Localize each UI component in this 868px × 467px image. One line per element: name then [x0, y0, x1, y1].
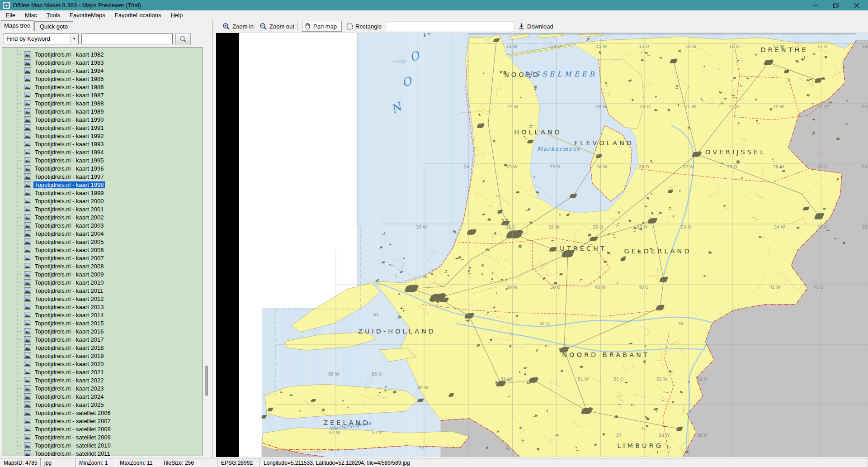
tree-item[interactable]: Topotijdreis.nl - kaart 1990 [2, 115, 202, 124]
menu-item-favoritemaps[interactable]: FavoriteMaps [66, 11, 109, 19]
find-mode-select[interactable]: Find by Keyword ▼ [4, 33, 79, 44]
svg-text:22 O: 22 O [817, 104, 828, 109]
menu-item-favoritelocations[interactable]: FavoriteLocations [111, 11, 165, 19]
tree-item[interactable]: Topotijdreis.nl - kaart 1996 [2, 164, 202, 172]
tree-item[interactable]: Topotijdreis.nl - kaart 1999 [2, 189, 202, 197]
tree-connector [18, 95, 23, 95]
pan-map-button[interactable]: Pan map [302, 21, 342, 32]
tree-item[interactable]: Topotijdreis.nl - kaart 2002 [2, 213, 202, 221]
tree-item[interactable]: Topotijdreis.nl - satelliet 2011 [2, 449, 202, 456]
tree-item[interactable]: Topotijdreis.nl - kaart 2007 [2, 254, 202, 262]
tree-item[interactable]: Topotijdreis.nl - satelliet 2010 [2, 441, 202, 449]
app-icon [3, 2, 10, 9]
rectangle-button[interactable]: Rectangle [344, 21, 384, 32]
map-canvas[interactable]: 14 W14 O15 W15 O16 W16 O17 W17 O1819 W20… [216, 33, 868, 457]
tree-item[interactable]: Topotijdreis.nl - kaart 1983 [2, 58, 202, 67]
chevron-down-icon[interactable]: ▼ [70, 34, 78, 43]
tree-connector [18, 372, 23, 372]
tree-scrollbar-thumb[interactable] [205, 366, 208, 396]
tab-maps-tree[interactable]: Maps tree [1, 20, 33, 31]
tree-connector [18, 87, 23, 87]
tree-item[interactable]: Topotijdreis.nl - kaart 1987 [2, 91, 202, 99]
tree-item[interactable]: Topotijdreis.nl - kaart 2017 [2, 335, 202, 343]
tree-item[interactable]: Topotijdreis.nl - kaart 2009 [2, 270, 202, 278]
map-layer-icon [24, 92, 31, 98]
map-layer-icon [24, 116, 31, 123]
tree-item[interactable]: Topotijdreis.nl - kaart 2024 [2, 392, 202, 400]
tree-item[interactable]: Topotijdreis.nl - kaart 1997 [2, 172, 202, 181]
tree-item[interactable]: Topotijdreis.nl - kaart 2022 [2, 376, 202, 384]
tree-item[interactable]: Topotijdreis.nl - kaart 2003 [2, 221, 202, 229]
tree-item[interactable]: Topotijdreis.nl - kaart 1998 [2, 181, 202, 189]
menu-item-file[interactable]: File [2, 11, 19, 19]
tree-item[interactable]: Topotijdreis.nl - satelliet 2009 [2, 433, 202, 441]
map-layer-icon [24, 304, 31, 310]
tree-item[interactable]: Topotijdreis.nl - kaart 2011 [2, 286, 202, 295]
svg-text:NOORD-BRABANT: NOORD-BRABANT [562, 351, 650, 358]
tree-item[interactable]: Topotijdreis.nl - satelliet 2006 [2, 409, 202, 417]
svg-text:51 W: 51 W [578, 376, 589, 381]
search-input[interactable] [81, 33, 173, 44]
tree-item[interactable]: Topotijdreis.nl - kaart 2001 [2, 205, 202, 213]
toolbar-input[interactable] [385, 21, 514, 31]
menu-item-misc[interactable]: Misc [21, 11, 41, 19]
tree-item-label: Topotijdreis.nl - satelliet 2008 [33, 426, 112, 433]
tree-item[interactable]: Topotijdreis.nl - kaart 1985 [2, 75, 202, 83]
search-button[interactable] [175, 33, 191, 45]
tree-item[interactable]: Topotijdreis.nl - kaart 1989 [2, 107, 202, 115]
tree-item[interactable]: Topotijdreis.nl - kaart 2016 [2, 327, 202, 335]
tree-item[interactable]: Topotijdreis.nl - kaart 2012 [2, 295, 202, 303]
tab-quick-goto[interactable]: Quick goto [34, 21, 73, 31]
maps-tree[interactable]: Topotijdreis.nl - kaart 1982Topotijdreis… [2, 47, 203, 456]
tree-item[interactable]: Topotijdreis.nl - kaart 1992 [2, 132, 202, 140]
svg-text:65 W: 65 W [328, 372, 340, 376]
tree-item[interactable]: Topotijdreis.nl - kaart 2019 [2, 352, 202, 360]
map-layer-icon [24, 76, 31, 82]
restore-button[interactable] [826, 0, 846, 10]
tree-item[interactable]: Topotijdreis.nl - kaart 1982 [2, 50, 202, 58]
tree-item[interactable]: Topotijdreis.nl - satelliet 2008 [2, 425, 202, 433]
tree-item[interactable]: Topotijdreis.nl - kaart 2023 [2, 384, 202, 392]
tree-connector [18, 242, 23, 242]
tree-item[interactable]: Topotijdreis.nl - kaart 1993 [2, 140, 202, 148]
tree-item[interactable]: Topotijdreis.nl - kaart 2020 [2, 360, 202, 368]
tree-item[interactable]: Topotijdreis.nl - kaart 1984 [2, 67, 202, 75]
tree-item[interactable]: Topotijdreis.nl - kaart 2004 [2, 229, 202, 238]
tree-connector [18, 258, 23, 258]
tree-item[interactable]: Topotijdreis.nl - kaart 2005 [2, 238, 202, 246]
tree-connector [18, 339, 23, 340]
zoom-in-label: Zoom in [232, 23, 254, 30]
zoom-out-button[interactable]: Zoom out [258, 21, 296, 32]
tree-item[interactable]: Topotijdreis.nl - kaart 1994 [2, 148, 202, 156]
tree-item[interactable]: Topotijdreis.nl - kaart 1988 [2, 99, 202, 107]
tree-item[interactable]: Topotijdreis.nl - kaart 2018 [2, 343, 202, 352]
tree-item[interactable]: Topotijdreis.nl - kaart 2000 [2, 197, 202, 205]
tree-item[interactable]: Topotijdreis.nl - kaart 2006 [2, 246, 202, 254]
tree-item[interactable]: Topotijdreis.nl - kaart 2014 [2, 311, 202, 319]
tree-item[interactable]: Topotijdreis.nl - kaart 1991 [2, 124, 202, 132]
tree-item[interactable]: Topotijdreis.nl - kaart 2021 [2, 368, 202, 376]
left-panel: Maps tree Quick goto Find by Keyword ▼ T… [0, 20, 212, 458]
map-viewport[interactable]: 14 W14 O15 W15 O16 W16 O17 W17 O1819 W20… [216, 33, 868, 457]
tree-item[interactable]: Topotijdreis.nl - kaart 2008 [2, 262, 202, 270]
svg-text:35: 35 [862, 224, 867, 229]
map-layer-icon [24, 418, 31, 424]
zoom-in-button[interactable]: Zoom in [221, 21, 255, 32]
tree-scrollbar[interactable] [203, 47, 211, 456]
tree-item[interactable]: Topotijdreis.nl - kaart 2025 [2, 400, 202, 409]
tree-item[interactable]: Topotijdreis.nl - kaart 1986 [2, 83, 202, 91]
download-button[interactable]: Download [516, 21, 555, 32]
tree-item[interactable]: Topotijdreis.nl - kaart 2013 [2, 303, 202, 311]
tree-item[interactable]: Topotijdreis.nl - satelliet 2007 [2, 417, 202, 425]
svg-text:41 O: 41 O [813, 285, 824, 290]
close-button[interactable] [846, 0, 867, 10]
menu-item-tools[interactable]: Tools [42, 11, 64, 19]
map-layer-icon [24, 59, 31, 66]
tree-item[interactable]: Topotijdreis.nl - kaart 2015 [2, 319, 202, 327]
minimize-button[interactable] [805, 0, 826, 10]
tree-item[interactable]: Topotijdreis.nl - kaart 2010 [2, 278, 202, 286]
tree-item[interactable]: Topotijdreis.nl - kaart 1995 [2, 156, 202, 164]
menu-item-help[interactable]: Help [166, 11, 187, 19]
tree-connector [18, 54, 23, 55]
tree-item-label: Topotijdreis.nl - kaart 2017 [33, 336, 105, 343]
